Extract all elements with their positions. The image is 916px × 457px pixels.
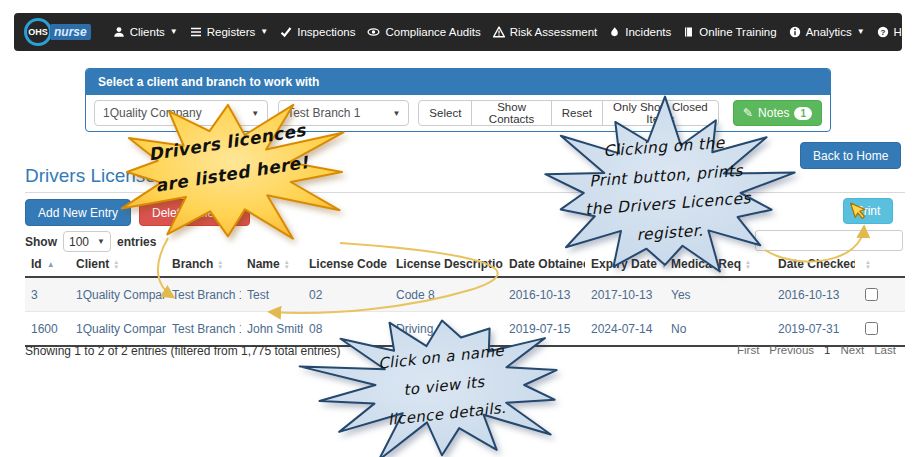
fire-icon [609, 26, 620, 38]
callout-line: licence details. [332, 388, 562, 440]
table-summary: Showing 1 to 2 of 2 entries (filtered fr… [25, 344, 341, 358]
cell-name[interactable]: John Smith [241, 312, 303, 347]
select-caret-icon: ▼ [251, 109, 259, 118]
sort-icon: ▲▼ [284, 260, 290, 269]
branch-select-value: Test Branch 1 [287, 106, 360, 120]
row-checkbox[interactable] [865, 288, 878, 301]
col-label: Medical Req [671, 257, 741, 271]
col-medical-req[interactable]: Medical Req▲▼ [665, 252, 772, 277]
panel-title: Select a client and branch to work with [86, 69, 830, 95]
cell-expiry-date: 2017-10-13 [585, 277, 665, 312]
nav-label: Online Training [699, 26, 776, 38]
notes-button[interactable]: ✎ Notes 1 [733, 100, 822, 126]
pagination-page-1[interactable]: 1 [824, 344, 830, 356]
nav-label: Clients [130, 26, 165, 38]
cell-name[interactable]: Test [241, 277, 303, 312]
add-new-entry-button[interactable]: Add New Entry [25, 199, 131, 226]
table-row[interactable]: 3 1Quality Company Test Branch 1 Test 02… [25, 277, 905, 312]
col-label: Name [247, 257, 280, 271]
table-row[interactable]: 1600 1Quality Company Test Branch 1 John… [25, 312, 905, 347]
col-label: License Code [309, 257, 387, 271]
panel-button-group: Select Show Contacts Reset Only Show Clo… [419, 100, 719, 126]
cell-client[interactable]: 1Quality Company [70, 312, 166, 347]
caret-down-icon: ▼ [260, 28, 268, 36]
cell-id: 1600 [25, 312, 70, 347]
cell-branch[interactable]: Test Branch 1 [166, 312, 241, 347]
pagination: First Previous 1 Next Last [737, 344, 896, 356]
cell-license-code: 08 [303, 312, 390, 347]
entries-per-page-value: 100 [69, 235, 89, 249]
delete-selected-button[interactable]: Delete Selected [139, 199, 250, 226]
show-contacts-button[interactable]: Show Contacts [471, 100, 551, 126]
nav-inspections[interactable]: Inspections [280, 26, 355, 38]
client-select-value: 1Quality Company [103, 106, 202, 120]
pagination-previous[interactable]: Previous [769, 344, 814, 356]
col-branch[interactable]: Branch▲▼ [166, 252, 241, 277]
callout-print-info: Clicking on the Print button, prints the… [544, 125, 789, 256]
eye-icon [367, 26, 380, 38]
nav-compliance-audits[interactable]: Compliance Audits [367, 26, 480, 38]
entries-per-page-select[interactable]: 100 ▼ [63, 231, 111, 252]
cell-date-obtained: 2016-10-13 [503, 277, 585, 312]
back-to-home-button[interactable]: Back to Home [800, 142, 901, 169]
brand-logo[interactable]: OHS nurse [24, 18, 91, 46]
sort-icon: ▲▼ [113, 260, 119, 269]
col-date-obtained[interactable]: Date Obtained▲▼ [503, 252, 585, 277]
sort-icon: ▲▼ [865, 260, 871, 269]
list-icon [190, 26, 202, 38]
brand-nurse-label: nurse [50, 24, 91, 40]
notes-label: Notes [758, 106, 789, 120]
page-title: Drivers Licenses [25, 165, 165, 187]
nav-label: Compliance Audits [385, 26, 480, 38]
pagination-first[interactable]: First [737, 344, 759, 356]
cell-client[interactable]: 1Quality Company [70, 277, 166, 312]
nav-analytics[interactable]: Analytics ▼ [789, 26, 865, 38]
col-select[interactable]: ▲▼ [855, 252, 905, 277]
nav-risk-assessment[interactable]: Risk Assessment [493, 26, 598, 38]
client-select[interactable]: 1Quality Company ▼ [94, 100, 268, 126]
col-label: License Description [396, 257, 503, 271]
cell-date-checked: 2016-10-13 [772, 277, 855, 312]
notes-count-badge: 1 [794, 107, 812, 120]
nav-clients[interactable]: Clients ▼ [113, 26, 178, 38]
branch-select[interactable]: Test Branch 1 ▼ [278, 100, 409, 126]
print-button[interactable]: Print [843, 198, 893, 224]
nav-registers[interactable]: Registers ▼ [190, 26, 269, 38]
drivers-licenses-table: Id▲ Client▲▼ Branch▲▼ Name▲▼ License Cod… [25, 252, 905, 347]
pagination-last[interactable]: Last [874, 344, 896, 356]
caret-down-icon: ▼ [170, 28, 178, 36]
question-icon: ? [877, 26, 889, 38]
select-caret-icon: ▼ [392, 109, 400, 118]
only-show-closed-items-button[interactable]: Only Show Closed Items [602, 100, 719, 126]
col-label: Id [31, 257, 42, 271]
book-icon [683, 26, 694, 38]
cell-branch[interactable]: Test Branch 1 [166, 277, 241, 312]
col-label: Client [76, 257, 109, 271]
col-license-description[interactable]: License Description▲▼ [390, 252, 503, 277]
cell-license-code: 02 [303, 277, 390, 312]
cell-date-checked: 2019-07-31 [772, 312, 855, 347]
col-id[interactable]: Id▲ [25, 252, 70, 277]
nav-label: Risk Assessment [510, 26, 598, 38]
screen: OHS nurse Clients ▼ Registers ▼ Inspecti… [0, 0, 916, 457]
col-client[interactable]: Client▲▼ [70, 252, 166, 277]
reset-button[interactable]: Reset [551, 100, 603, 126]
col-label: Date Checked [778, 257, 855, 271]
row-checkbox[interactable] [865, 322, 878, 335]
table-header-row: Id▲ Client▲▼ Branch▲▼ Name▲▼ License Cod… [25, 252, 905, 277]
cell-date-obtained: 2019-07-15 [503, 312, 585, 347]
nav-online-training[interactable]: Online Training [683, 26, 776, 38]
col-name[interactable]: Name▲▼ [241, 252, 303, 277]
col-expiry-date[interactable]: Expiry Date▲▼ [585, 252, 665, 277]
table-search-input[interactable] [755, 230, 903, 251]
cell-license-description: Driving [390, 312, 503, 347]
select-button[interactable]: Select [418, 100, 472, 126]
col-date-checked[interactable]: Date Checked▲▼ [772, 252, 855, 277]
nav-incidents[interactable]: Incidents [609, 26, 671, 38]
col-license-code[interactable]: License Code▲▼ [303, 252, 390, 277]
divider [25, 192, 905, 193]
cell-medical-req: Yes [665, 277, 772, 312]
pagination-next[interactable]: Next [841, 344, 865, 356]
top-navbar: OHS nurse Clients ▼ Registers ▼ Inspecti… [14, 13, 902, 51]
nav-help[interactable]: ? Help [877, 26, 902, 38]
